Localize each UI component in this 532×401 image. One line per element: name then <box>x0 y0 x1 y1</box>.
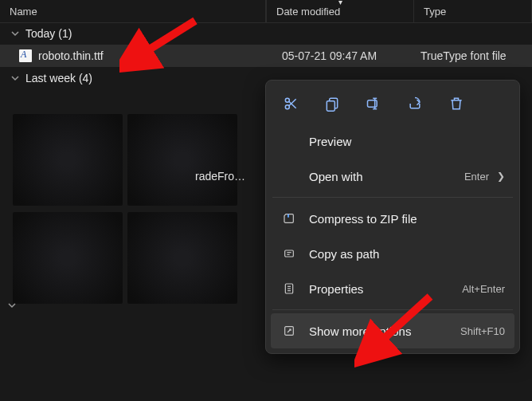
menu-item-open-with[interactable]: Open with Enter ❯ <box>271 159 514 194</box>
menu-item-label: Preview <box>309 135 351 148</box>
group-today-label: Today (1) <box>25 27 72 40</box>
list-item[interactable] <box>13 114 123 206</box>
copy-icon <box>324 96 340 112</box>
file-type-cell: TrueType font file <box>414 49 532 62</box>
group-today[interactable]: Today (1) <box>0 22 532 45</box>
list-item[interactable] <box>127 212 237 304</box>
column-header-type-label: Type <box>424 6 446 18</box>
menu-item-label: Copy as path <box>309 247 379 261</box>
file-date-cell: 05-07-21 09:47 AM <box>266 49 414 62</box>
menu-separator <box>272 197 513 198</box>
menu-item-shortcut: Shift+F10 <box>460 325 505 337</box>
menu-separator <box>272 309 513 310</box>
menu-item-label: Properties <box>309 282 363 296</box>
chevron-right-icon: ❯ <box>497 171 505 182</box>
copy-path-icon <box>280 247 298 260</box>
menu-item-label: Open with <box>309 170 363 183</box>
show-more-icon <box>280 324 298 337</box>
svg-rect-11 <box>288 214 289 218</box>
share-icon <box>407 96 423 112</box>
cut-button[interactable] <box>279 92 303 116</box>
properties-icon <box>280 282 298 295</box>
scissors-icon <box>283 96 299 112</box>
file-row-selected[interactable]: roboto.thin.ttf 05-07-21 09:47 AM TrueTy… <box>0 45 532 67</box>
file-date-text: 05-07-21 09:47 AM <box>282 49 377 62</box>
menu-item-preview[interactable]: Preview <box>271 124 514 159</box>
menu-item-shortcut: Enter <box>464 171 489 183</box>
menu-item-properties[interactable]: Properties Alt+Enter <box>271 271 514 306</box>
menu-item-shortcut: Alt+Enter <box>462 283 505 295</box>
file-type-text: TrueType font file <box>421 49 507 62</box>
column-header-date[interactable]: ▾ Date modified <box>266 0 414 22</box>
column-header-date-label: Date modified <box>276 6 340 18</box>
rename-icon <box>366 96 381 112</box>
menu-item-copy-path[interactable]: Copy as path <box>271 236 514 271</box>
file-name-cell: roboto.thin.ttf <box>0 49 266 62</box>
column-header-name-label: Name <box>10 6 37 18</box>
menu-item-show-more[interactable]: Show more options Shift+F10 <box>271 313 514 348</box>
context-menu: Preview Open with Enter ❯ Compress to ZI… <box>265 80 520 354</box>
column-header-row: Name ▾ Date modified Type <box>0 0 532 23</box>
font-file-icon <box>19 49 32 62</box>
zip-icon <box>280 212 298 225</box>
column-header-type[interactable]: Type <box>414 0 532 22</box>
sort-indicator-icon: ▾ <box>338 0 342 6</box>
rename-button[interactable] <box>362 92 385 116</box>
chevron-down-icon[interactable] <box>8 301 16 309</box>
menu-item-label: Compress to ZIP file <box>309 212 417 226</box>
chevron-down-icon <box>11 74 22 82</box>
svg-rect-6 <box>327 101 334 112</box>
share-button[interactable] <box>403 92 427 116</box>
chevron-down-icon <box>11 29 22 37</box>
column-header-name[interactable]: Name <box>0 0 266 22</box>
menu-item-label: Show more options <box>309 324 411 338</box>
delete-button[interactable] <box>444 92 468 116</box>
svg-rect-12 <box>285 250 294 257</box>
list-item[interactable] <box>127 114 237 206</box>
context-menu-iconbar <box>271 85 514 124</box>
list-item[interactable] <box>13 212 123 304</box>
trash-icon <box>448 96 464 112</box>
copy-button[interactable] <box>320 92 344 116</box>
menu-item-compress[interactable]: Compress to ZIP file <box>271 201 514 236</box>
thumbnail-area <box>13 114 245 305</box>
file-name-text: roboto.thin.ttf <box>38 49 104 62</box>
group-lastweek-label: Last week (4) <box>25 72 92 85</box>
